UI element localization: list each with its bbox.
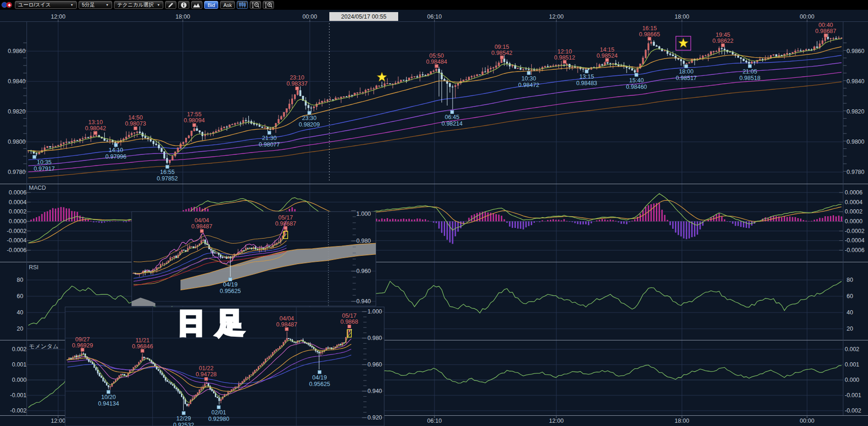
inset-ichimoku-daily-chart[interactable]: 04/040.9848704/190.9562505/170.986871.00… [132, 211, 376, 306]
currency-pair-select[interactable]: ユーロ/スイス ▼ [15, 1, 77, 9]
candle-chart-button[interactable] [237, 1, 248, 9]
candle-body [226, 127, 227, 127]
candle-body [354, 93, 355, 95]
macd-histogram-bar [838, 216, 840, 221]
macd-histogram-bar [781, 217, 782, 221]
candle-body [365, 90, 366, 92]
zoom-out-button[interactable] [250, 1, 261, 9]
candle-body [841, 38, 842, 38]
macd-histogram-bar [498, 214, 500, 221]
candle-body [200, 389, 202, 390]
chart-canvas[interactable]: 10:350.9791713:100.9804214:100.9799614:5… [0, 0, 868, 426]
macd-histogram-bar [517, 221, 519, 229]
timeframe-select[interactable]: 5分足 ▼ [79, 1, 112, 9]
candle-body [164, 264, 165, 264]
candle-body [490, 68, 491, 69]
candle-body [222, 257, 223, 258]
candle-body [609, 63, 611, 64]
macd-histogram-bar [425, 219, 426, 221]
candle-body [754, 62, 755, 62]
inset-daily-chart[interactable]: 09/270.9692910/200.9413411/210.9684612/2… [65, 307, 384, 426]
macd-histogram-bar [466, 221, 467, 221]
price-marker [585, 70, 588, 73]
candle-body [463, 80, 464, 81]
candle-body [196, 129, 198, 131]
label: -0.002 [845, 407, 861, 414]
macd-histogram-bar [96, 221, 97, 222]
candle-body [247, 248, 248, 248]
macd-histogram-bar [435, 221, 437, 223]
info-button[interactable] [178, 1, 189, 9]
macd-histogram-bar [528, 221, 529, 226]
candle-body [95, 368, 97, 370]
candle-body [128, 135, 130, 137]
candle-body [702, 56, 703, 58]
candle-body [406, 80, 407, 81]
candle-body [203, 240, 204, 241]
label: 0.98512 [554, 54, 575, 61]
technical-select-button[interactable]: テクニカル選択 ▼ [114, 1, 163, 9]
candle-body [346, 96, 347, 97]
candle-body [136, 132, 138, 133]
macd-histogram-bar [479, 213, 481, 221]
macd-histogram-bar [387, 218, 388, 221]
price-marker [450, 110, 454, 113]
zoom-in-button[interactable] [263, 1, 274, 9]
candle-body [172, 156, 173, 160]
label: 06:10 [427, 13, 441, 20]
candle-body [229, 125, 230, 127]
macd-histogram-bar [718, 213, 720, 221]
label: 0.98460 [626, 84, 647, 90]
bid-button[interactable]: Bid [204, 1, 218, 9]
macd-histogram-bar [541, 220, 543, 221]
candle-body [387, 84, 388, 84]
macd-histogram-bar [47, 211, 48, 221]
price-marker [33, 155, 36, 159]
macd-histogram-bar [512, 221, 513, 228]
candle-body [74, 140, 75, 141]
macd-histogram-bar [775, 216, 777, 221]
candle-body [452, 87, 453, 87]
label: 0.000 [845, 377, 859, 383]
draw-tool-button[interactable] [165, 1, 176, 9]
macd-histogram-bar [806, 221, 807, 221]
area-chart-button[interactable] [191, 1, 202, 9]
ask-button[interactable]: Ask [220, 1, 235, 9]
price-marker [141, 349, 144, 353]
candle-body [607, 63, 608, 63]
macd-histogram-bar [795, 217, 796, 221]
candle-body [400, 80, 401, 82]
label: 12/29 [176, 415, 191, 422]
candle-body [82, 138, 83, 139]
label: 12:00 [549, 13, 563, 20]
candle-body [708, 54, 709, 55]
candle-body [789, 53, 790, 53]
candle-body [653, 42, 654, 46]
candle-body [582, 69, 584, 69]
candle-body [370, 89, 372, 89]
macd-histogram-bar [653, 203, 654, 221]
macd-histogram-bar [574, 221, 576, 223]
label: 0.94728 [196, 371, 217, 378]
price-marker [563, 60, 566, 64]
macd-histogram-bar [126, 221, 127, 222]
price-marker [107, 390, 110, 393]
label: 0.001 [12, 361, 27, 368]
macd-histogram-bar [30, 220, 32, 221]
macd-histogram-bar [395, 219, 396, 221]
zoom-out-icon [252, 2, 260, 8]
label: 0.920 [367, 414, 382, 421]
candle-body [158, 369, 159, 371]
macd-histogram-bar [487, 213, 489, 221]
candle-body [310, 108, 312, 108]
candle-body [261, 364, 263, 366]
candle-body [835, 38, 837, 39]
label: 0.940 [367, 388, 382, 394]
candle-body [821, 40, 823, 44]
label: 0.98487 [276, 321, 297, 328]
candle-body [58, 146, 59, 146]
candle-body [395, 83, 396, 84]
label: 0.98214 [441, 120, 462, 127]
macd-histogram-bar [683, 221, 684, 239]
candle-body [751, 62, 752, 64]
